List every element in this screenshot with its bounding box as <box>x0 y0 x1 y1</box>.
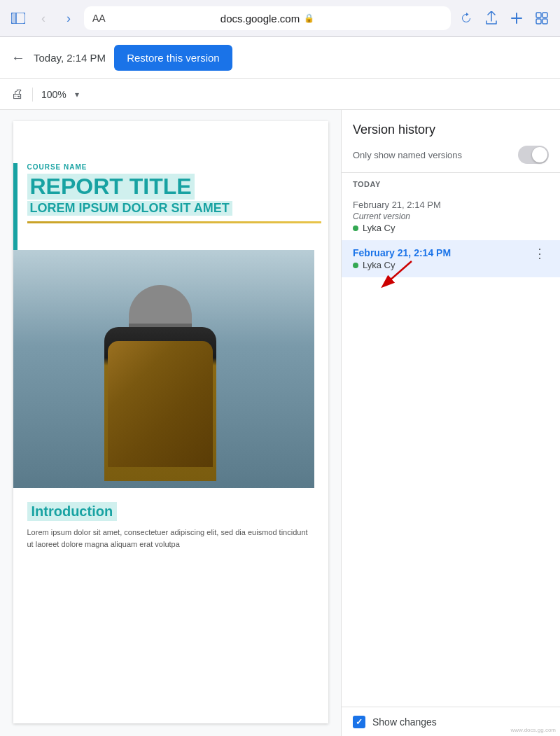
toggle-knob <box>532 147 547 162</box>
intro-title: Introduction <box>27 502 118 521</box>
tabs-overview-icon[interactable] <box>532 8 552 28</box>
forward-button-icon[interactable]: › <box>59 8 78 28</box>
named-versions-toggle[interactable] <box>518 146 549 164</box>
version-history-title: Version history <box>353 123 549 137</box>
svg-rect-1 <box>11 13 16 24</box>
document-area: COURSE NAME REPORT TITLE LOREM IPSUM DOL… <box>0 110 341 736</box>
doc-content: COURSE NAME REPORT TITLE LOREM IPSUM DOL… <box>13 121 328 250</box>
version-item-2-info: February 21, 2:14 PM Lyka Cy <box>353 247 451 270</box>
zoom-dropdown-arrow[interactable]: ▾ <box>75 90 79 99</box>
browser-chrome: ‹ › AA docs.google.com 🔒 <box>0 0 560 37</box>
svg-rect-6 <box>542 13 547 18</box>
jacket-shape <box>108 341 213 467</box>
version-user-2: Lyka Cy <box>353 260 451 270</box>
show-changes-label: Show changes <box>372 716 437 728</box>
person-silhouette <box>90 278 230 488</box>
sidebar-toggle-icon[interactable] <box>8 8 28 28</box>
gold-divider <box>27 221 321 223</box>
version-date-1: February 21, 2:14 PM <box>353 200 549 210</box>
lock-icon: 🔒 <box>304 13 314 23</box>
current-version-label: Current version <box>353 211 549 221</box>
doc-header-left: ← Today, 2:14 PM Restore this version <box>0 45 560 71</box>
version-item-2-row: February 21, 2:14 PM Lyka Cy ⋮ <box>353 247 549 270</box>
intro-text: Lorem ipsum dolor sit amet, consectetuer… <box>27 527 314 550</box>
svg-rect-5 <box>536 13 541 18</box>
toolbar-bar: 🖨 100% ▾ <box>0 79 560 110</box>
lorem-subtitle: LOREM IPSUM DOLOR SIT AMET <box>27 201 232 216</box>
named-versions-row: Only show named versions <box>353 146 549 164</box>
aa-text: AA <box>92 13 106 24</box>
address-bar[interactable]: AA docs.google.com 🔒 <box>84 6 451 30</box>
svg-rect-8 <box>542 19 547 24</box>
user-name-2: Lyka Cy <box>363 260 395 270</box>
version-panel-header: Version history Only show named versions <box>342 110 560 173</box>
watermark: www.docs.gg.com <box>511 727 556 733</box>
version-date-2: February 21, 2:14 PM <box>353 247 451 258</box>
app-header: ← Today, 2:14 PM Restore this version <box>0 37 560 79</box>
add-tab-icon[interactable] <box>507 8 526 28</box>
checkmark-icon: ✓ <box>356 717 363 727</box>
today-section-label: TODAY <box>342 173 560 193</box>
back-arrow-icon[interactable]: ← <box>11 50 25 66</box>
share-icon[interactable] <box>482 8 501 28</box>
report-title: REPORT TITLE <box>27 174 195 200</box>
version-options-menu-icon[interactable]: ⋮ <box>531 247 549 260</box>
version-user-1: Lyka Cy <box>353 223 549 233</box>
toolbar-divider <box>32 88 33 102</box>
version-item-2[interactable]: February 21, 2:14 PM Lyka Cy ⋮ <box>342 240 560 277</box>
show-changes-checkbox[interactable]: ✓ <box>353 716 365 728</box>
browser-toolbar: ‹ › AA docs.google.com 🔒 <box>0 0 560 36</box>
user-dot-1 <box>353 225 358 231</box>
user-name-1: Lyka Cy <box>363 223 395 233</box>
url-text: docs.google.com <box>220 13 300 25</box>
doc-hero-image <box>13 250 314 488</box>
main-layout: COURSE NAME REPORT TITLE LOREM IPSUM DOL… <box>0 110 560 736</box>
reload-icon[interactable] <box>456 8 476 28</box>
restore-version-button[interactable]: Restore this version <box>114 45 232 71</box>
version-history-panel: Version history Only show named versions… <box>341 110 560 736</box>
back-button-icon[interactable]: ‹ <box>34 8 53 28</box>
intro-section: Introduction Lorem ipsum dolor sit amet,… <box>13 488 328 557</box>
doc-date-label: Today, 2:14 PM <box>34 52 106 64</box>
zoom-level: 100% <box>41 89 66 100</box>
print-icon[interactable]: 🖨 <box>11 87 24 102</box>
course-name-label: COURSE NAME <box>27 163 307 171</box>
version-item-1[interactable]: February 21, 2:14 PM Current version Lyk… <box>342 193 560 240</box>
named-versions-label: Only show named versions <box>353 150 462 160</box>
document-page: COURSE NAME REPORT TITLE LOREM IPSUM DOL… <box>13 121 328 723</box>
svg-rect-7 <box>536 19 541 24</box>
user-dot-2 <box>353 263 358 268</box>
